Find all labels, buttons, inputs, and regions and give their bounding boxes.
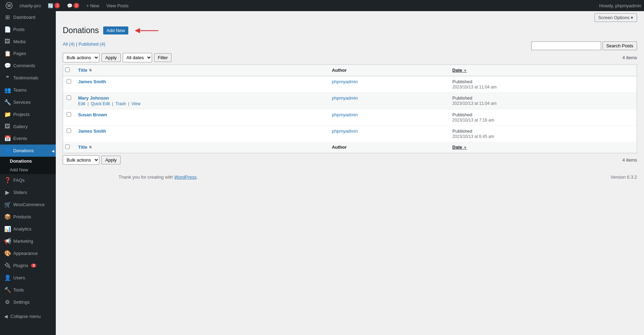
row-2-sep3: | [128, 101, 130, 106]
row-3-checkbox-cell [63, 109, 75, 125]
row-4-author-link[interactable]: phpmyadmin [332, 128, 358, 134]
services-icon: 🔧 [4, 99, 10, 106]
sidebar-item-tools[interactable]: 🔨 Tools [0, 284, 56, 296]
sidebar-item-label: Testimonials [13, 75, 38, 80]
row-1-author-link[interactable]: phpmyadmin [332, 79, 358, 84]
row-1-checkbox[interactable] [67, 79, 71, 84]
sidebar-item-woocommerce[interactable]: 🛒 WooCommerce [0, 198, 56, 211]
footer-date-label: Date [452, 145, 462, 150]
submenu-item-donations[interactable]: Donations [0, 157, 56, 165]
row-3-title-link[interactable]: Susan Brown [78, 112, 107, 117]
row-2-view-link[interactable]: View [131, 101, 141, 106]
row-4-title-link[interactable]: James Smith [78, 128, 106, 134]
sidebar-item-posts[interactable]: 📄 Posts [0, 23, 56, 36]
row-3-checkbox[interactable] [67, 112, 71, 117]
search-posts-input[interactable] [531, 41, 601, 50]
footer-date-sort-link[interactable]: Date ▼ [452, 145, 467, 150]
sidebar-item-marketing[interactable]: 📢 Marketing [0, 235, 56, 247]
row-1-status: Published [452, 79, 472, 84]
row-3-author-link[interactable]: phpmyadmin [332, 112, 358, 117]
sidebar-item-gallery[interactable]: 🖼 Gallery [0, 120, 56, 132]
sidebar-item-faqs[interactable]: ❓ FAQs [0, 174, 56, 186]
sidebar-item-settings[interactable]: ⚙ Settings [0, 296, 56, 308]
faqs-icon: ❓ [4, 177, 10, 184]
row-1-title-link[interactable]: James Smith [78, 79, 106, 84]
wp-logo-button[interactable]: W [3, 0, 15, 11]
sidebar-item-analytics[interactable]: 📊 Analytics [0, 223, 56, 235]
title-sort-link[interactable]: Title ⇅ [78, 68, 325, 73]
screen-options-button[interactable]: Screen Options ▾ [594, 13, 637, 22]
tablenav-bottom: Bulk actions Apply 4 items [63, 155, 637, 165]
comments-button[interactable]: 💬 0 [64, 0, 82, 11]
sidebar-item-appearance[interactable]: 🎨 Appearance [0, 247, 56, 259]
apply-top-button[interactable]: Apply [101, 53, 121, 62]
sidebar-item-users[interactable]: 👤 Users [0, 272, 56, 284]
testimonials-icon: ❝ [4, 75, 10, 81]
bulk-actions-bottom-select[interactable]: Bulk actions [63, 155, 99, 165]
sidebar-item-label: Donations [13, 148, 34, 153]
footer-check-column [63, 142, 75, 153]
apply-bottom-button[interactable]: Apply [101, 156, 121, 164]
row-2-author-link[interactable]: phpmyadmin [332, 95, 358, 101]
view-posts-label: View Posts [106, 3, 129, 8]
row-2-title-link[interactable]: Mary Johnson [78, 95, 109, 101]
tablenav-top: Bulk actions Apply All dates Filter 4 it… [63, 53, 637, 62]
sidebar-item-pages[interactable]: 📋 Pages [0, 47, 56, 60]
footer-title-sort-link[interactable]: Title ⇅ [78, 145, 325, 150]
row-2-quick-edit-link[interactable]: Quick Edit [91, 101, 110, 106]
view-posts-button[interactable]: View Posts [104, 0, 131, 11]
updates-button[interactable]: 🔄 3 [45, 0, 63, 11]
filter-separator: | [76, 41, 77, 47]
filter-published-link[interactable]: Published (4) [78, 41, 105, 47]
row-2-date-cell: Published 2023/10/13 at 11:04 am [449, 92, 637, 109]
row-2-trash-link[interactable]: Trash [115, 101, 126, 106]
sidebar-item-plugins[interactable]: 🔌 Plugins 3 [0, 259, 56, 272]
sidebar-item-events[interactable]: 📅 Events [0, 132, 56, 145]
collapse-menu-button[interactable]: ◀ Collapse menu [0, 311, 56, 322]
select-all-checkbox[interactable] [65, 68, 70, 72]
row-1-date: 2023/10/13 at 11:04 am [452, 85, 497, 89]
search-posts-button[interactable]: Search Posts [603, 41, 637, 50]
sidebar-item-dashboard[interactable]: ⊞ Dashboard [0, 11, 56, 23]
sidebar-item-services[interactable]: 🔧 Services [0, 96, 56, 108]
sidebar-item-comments[interactable]: 💬 Comments [0, 60, 56, 72]
row-4-checkbox[interactable] [67, 128, 71, 133]
sidebar-item-label: Marketing [13, 239, 33, 244]
sidebar-item-label: Projects [13, 112, 30, 117]
sidebar-item-products[interactable]: 📦 Products [0, 211, 56, 223]
sidebar-item-label: Comments [13, 63, 35, 68]
row-2-sep1: | [88, 101, 90, 106]
new-content-label: + New [86, 3, 99, 8]
submenu-item-add-new[interactable]: Add New [0, 165, 56, 174]
submenu-item-label: Donations [10, 158, 32, 164]
site-name[interactable]: charity-pro [17, 0, 44, 11]
sidebar-item-label: Pages [13, 51, 26, 56]
page-title-area: Donations Add New [63, 25, 637, 36]
sidebar-item-label: Gallery [13, 124, 28, 129]
row-2-edit-link[interactable]: Edit [78, 101, 85, 106]
sidebar-item-donations[interactable]: 👤 Donations ◀ [0, 145, 56, 157]
new-content-button[interactable]: + New [83, 0, 102, 11]
sidebar-item-testimonials[interactable]: ❝ Testimonials [0, 72, 56, 84]
footer-author-column: Author [328, 142, 449, 153]
wordpress-link[interactable]: WordPress [174, 174, 197, 180]
row-2-title-cell: Mary Johnson Edit | Quick Edit | Trash |… [75, 92, 328, 109]
footer-select-all-checkbox[interactable] [65, 145, 70, 149]
row-2-checkbox[interactable] [67, 95, 71, 100]
date-sort-link[interactable]: Date ▼ [452, 68, 467, 73]
posts-icon: 📄 [4, 26, 10, 33]
dates-filter-select[interactable]: All dates [123, 53, 152, 62]
bulk-actions-top-select[interactable]: Bulk actions [63, 53, 99, 62]
sidebar-item-teams[interactable]: 👥 Teams [0, 84, 56, 96]
sidebar-item-media[interactable]: 🖼 Media [0, 36, 56, 47]
sidebar-item-projects[interactable]: 📁 Projects [0, 108, 56, 120]
donations-submenu: Donations Add New [0, 157, 56, 174]
sidebar-item-label: Appearance [13, 251, 38, 256]
footer-title-sort-icon: ⇅ [89, 145, 92, 149]
sidebar-item-sliders[interactable]: ▶ Sliders [0, 186, 56, 198]
filter-top-button[interactable]: Filter [154, 53, 172, 62]
add-new-button[interactable]: Add New [103, 26, 129, 34]
filter-all-link[interactable]: All (4) [63, 41, 75, 47]
posts-table: Title ⇅ Author Date ▼ [63, 64, 637, 153]
screen-options-bar: Screen Options ▾ [56, 11, 644, 22]
